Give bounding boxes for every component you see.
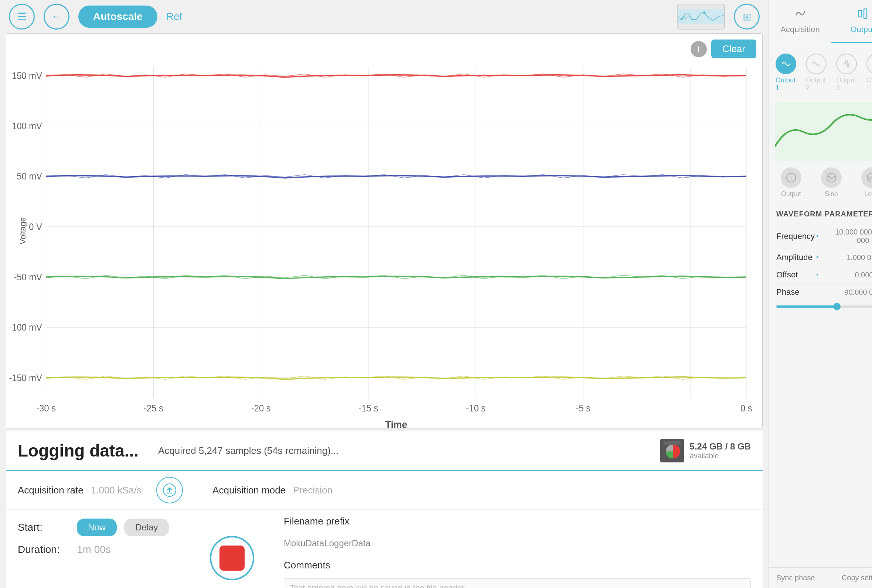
back-icon: ← [51, 11, 62, 22]
svg-text:0 s: 0 s [740, 403, 752, 413]
acquisition-tab-icon [794, 8, 807, 22]
right-controls: Filename prefix MokuDataLoggerData Comme… [254, 516, 751, 588]
waveform-preview [775, 102, 872, 161]
load-action-icon: 50Ω [861, 167, 872, 188]
comments-input[interactable]: Text entered here will be saved in the f… [284, 578, 751, 588]
amplitude-param-row: Amplitude • 1.000 0 Vpp [776, 249, 872, 266]
svg-point-42 [827, 173, 836, 182]
sine-action-icon [821, 167, 842, 188]
sync-phase-button[interactable]: Sync phase [776, 574, 815, 582]
offset-value: 0.000 0 V [855, 271, 872, 279]
phase-slider[interactable] [776, 306, 872, 308]
svg-rect-38 [864, 9, 867, 18]
waveform-thumbnail [677, 4, 725, 30]
tab-output[interactable]: Output [831, 0, 872, 43]
back-button[interactable]: ← [44, 4, 69, 30]
output-1-icon [776, 54, 796, 74]
logging-panel: Logging data... Acquired 5,247 samples (… [6, 431, 762, 588]
phase-value: 90.000 000 ° [844, 288, 872, 297]
ref-button[interactable]: Ref [166, 11, 183, 22]
svg-text:100 mV: 100 mV [12, 121, 42, 131]
svg-rect-2 [6, 34, 762, 428]
sidebar: Acquisition Output Output 1 [768, 0, 872, 588]
output-2-label: Output 2 [806, 76, 827, 92]
output-3-button[interactable]: Output 3 [833, 51, 860, 95]
left-controls: Start: Now Delay Duration: 1m 00s [18, 516, 195, 588]
copy-settings-button[interactable]: Copy settings [842, 574, 872, 582]
offset-label: Offset [776, 270, 813, 280]
acquisition-rate-section: Acquisition rate 1.000 kSa/s [18, 484, 141, 496]
sidebar-tabs: Acquisition Output [769, 0, 872, 43]
menu-icon: ☰ [17, 11, 27, 23]
amplitude-dot[interactable]: • [816, 254, 818, 261]
toolbar: ☰ ← Autoscale Ref ⊞ [0, 0, 768, 33]
output-buttons: Output 1 Output 2 Output 3 [769, 43, 872, 102]
svg-text:50Ω: 50Ω [868, 176, 872, 180]
waveform-actions: I Output Sine 50Ω Load [769, 161, 872, 204]
logging-header: Logging data... Acquired 5,247 samples (… [6, 431, 762, 471]
amplitude-value: 1.000 0 Vpp [846, 254, 872, 262]
start-row: Start: Now Delay [18, 519, 195, 536]
output-4-button[interactable]: Output 4 [863, 51, 872, 95]
svg-point-1 [703, 12, 705, 14]
storage-text: 5.24 GB / 8 GB available [690, 441, 751, 460]
load-action-button[interactable]: 50Ω Load [861, 167, 872, 198]
settings-button[interactable]: ⊞ [734, 4, 760, 30]
duration-label: Duration: [18, 544, 69, 555]
now-button[interactable]: Now [77, 519, 117, 536]
svg-text:-50 mV: -50 mV [14, 272, 42, 282]
record-button-container [210, 508, 254, 588]
frequency-label: Frequency [776, 232, 813, 241]
autoscale-button[interactable]: Autoscale [78, 6, 158, 28]
menu-button[interactable]: ☰ [9, 4, 35, 30]
clear-button[interactable]: Clear [711, 39, 756, 58]
offset-dot[interactable]: • [816, 271, 818, 279]
frequency-dot[interactable]: • [816, 233, 818, 240]
svg-text:-25 s: -25 s [144, 403, 163, 413]
svg-text:-100 mV: -100 mV [9, 322, 42, 333]
settings-icon: ⊞ [743, 11, 751, 23]
chart-svg: 150 mV 100 mV 50 mV 0 V -50 mV -100 mV -… [6, 34, 762, 428]
svg-text:-15 s: -15 s [359, 403, 378, 413]
record-button[interactable] [210, 536, 254, 580]
waveform-params: WAVEFORM PARAMETERS Frequency • 10.000 0… [769, 204, 872, 567]
output-action-icon: I [781, 167, 801, 188]
frequency-param-row: Frequency • 10.000 000 000 000 MHz [776, 224, 872, 249]
chart-container: i Clear Voltage 150 mV [6, 33, 762, 429]
output-4-label: Output 4 [866, 76, 872, 92]
waveform-params-title: WAVEFORM PARAMETERS [776, 210, 872, 218]
amplitude-label: Amplitude [776, 253, 813, 262]
phase-param-row: Phase 90.000 000 ° [776, 284, 872, 301]
svg-text:0 V: 0 V [29, 222, 42, 232]
svg-text:-5 s: -5 s [576, 403, 590, 413]
output-1-label: Output 1 [776, 76, 796, 92]
output-3-label: Output 3 [836, 76, 857, 92]
output-3-icon [836, 54, 857, 74]
acquisition-mode-value: Precision [293, 484, 333, 496]
info-button[interactable]: i [690, 41, 707, 57]
upload-button[interactable] [156, 477, 183, 503]
output-1-button[interactable]: Output 1 [773, 51, 799, 95]
svg-text:-10 s: -10 s [466, 403, 486, 413]
duration-value: 1m 00s [77, 544, 111, 555]
filename-value[interactable]: MokuDataLoggerData [284, 534, 751, 552]
tab-acquisition[interactable]: Acquisition [769, 0, 831, 43]
stop-icon [219, 546, 245, 571]
main-panel: ☰ ← Autoscale Ref ⊞ i Clear Vol [0, 0, 768, 588]
offset-param-row: Offset • 0.000 0 V [776, 266, 872, 284]
svg-rect-37 [859, 10, 861, 17]
acquisition-rate-value: 1.000 kSa/s [91, 484, 141, 496]
svg-rect-35 [663, 441, 681, 445]
output-action-button[interactable]: I Output [781, 167, 801, 198]
sine-action-button[interactable]: Sine [821, 167, 842, 198]
start-label: Start: [18, 522, 69, 533]
storage-info: 5.24 GB / 8 GB available [660, 439, 751, 462]
acquisition-rate-label: Acquisition rate [18, 484, 84, 496]
output-action-label: Output [781, 190, 801, 198]
sine-action-label: Sine [825, 190, 838, 198]
output-tab-icon [857, 8, 869, 22]
svg-text:150 mV: 150 mV [12, 70, 42, 81]
output-2-button[interactable]: Output 2 [803, 51, 830, 95]
output-2-icon [806, 54, 827, 74]
delay-button[interactable]: Delay [124, 519, 169, 536]
